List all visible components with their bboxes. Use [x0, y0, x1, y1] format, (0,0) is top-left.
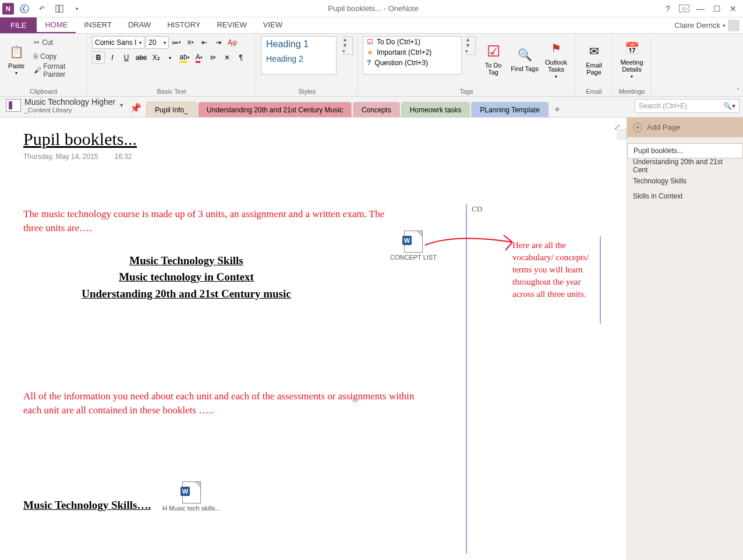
- search-input[interactable]: Search (Ctrl+E) 🔍▾: [635, 99, 740, 113]
- font-combo[interactable]: Comic Sans I▾: [92, 36, 144, 49]
- highlight-button[interactable]: ab▾: [178, 51, 191, 64]
- clipboard-group: 📋 Paste▾ ✂Cut ⎘Copy 🖌Format Painter Clip…: [0, 34, 87, 96]
- todo-tag-button[interactable]: ☑To Do Tag: [479, 36, 507, 81]
- page-title[interactable]: Pupil booklets...: [23, 129, 627, 149]
- font-size-combo[interactable]: 20▾: [146, 36, 169, 49]
- pin-icon[interactable]: 📌: [129, 102, 146, 117]
- svg-point-0: [20, 5, 29, 13]
- outlook-tasks-button[interactable]: ⚑Outlook Tasks▾: [542, 36, 570, 81]
- page-item-understanding[interactable]: Understanding 20th and 21st Cent: [627, 158, 743, 173]
- page-item-skills-context[interactable]: Skills in Context: [627, 189, 743, 204]
- meeting-details-button[interactable]: 📅Meeting Details▾: [618, 36, 646, 81]
- copy-button[interactable]: ⎘Copy: [31, 50, 82, 63]
- align-button[interactable]: ≡▾: [207, 51, 220, 64]
- tags-expand[interactable]: ▲▼▾: [465, 36, 476, 55]
- flag-icon: ⚑: [547, 39, 565, 58]
- user-name[interactable]: Claire Derrick: [674, 21, 720, 30]
- page-canvas[interactable]: ⤢ Pupil booklets... Thursday, May 14, 20…: [0, 118, 627, 560]
- attachment-h-music[interactable]: H Music tech skills...: [162, 481, 221, 512]
- svg-rect-1: [56, 5, 59, 12]
- back-button[interactable]: [17, 2, 31, 16]
- page-date: Thursday, May 14, 2015: [23, 153, 98, 161]
- tags-label: Tags: [363, 87, 570, 95]
- window-title: Pupil booklets... - OneNote: [84, 4, 663, 13]
- collapse-ribbon-button[interactable]: ˄: [737, 87, 740, 94]
- numbering-button[interactable]: ≡▾: [184, 36, 197, 49]
- paragraph-mark-button[interactable]: ¶: [235, 51, 247, 64]
- basic-text-group: Comic Sans I▾ 20▾ ≔▾ ≡▾ ⇤ ⇥ Ąφ B I U abc…: [87, 34, 256, 96]
- tag-question[interactable]: ?Question (Ctrl+3): [363, 58, 461, 68]
- file-tab[interactable]: FILE: [0, 17, 37, 33]
- meetings-group: 📅Meeting Details▾ Meetings: [613, 34, 651, 96]
- maximize-button[interactable]: ☐: [712, 4, 722, 13]
- close-button[interactable]: ✕: [728, 4, 738, 13]
- section-tab-concepts[interactable]: Concepts: [353, 102, 400, 117]
- format-painter-button[interactable]: 🖌Format Painter: [31, 64, 82, 77]
- user-avatar-icon[interactable]: [728, 20, 740, 31]
- intro-text[interactable]: The music technology course is made up o…: [23, 207, 396, 235]
- brush-icon: 🖌: [34, 66, 41, 75]
- draw-tab[interactable]: DRAW: [120, 17, 159, 33]
- indent-button[interactable]: ⇥: [212, 36, 225, 49]
- search-icon: 🔍: [515, 45, 534, 64]
- undo-button[interactable]: ↶: [35, 2, 49, 16]
- tags-gallery[interactable]: ☑To Do (Ctrl+1) ★Important (Ctrl+2) ?Que…: [363, 36, 462, 75]
- delete-button[interactable]: ✕: [221, 51, 233, 64]
- outdent-button[interactable]: ⇤: [198, 36, 211, 49]
- word-doc-icon-2: [182, 481, 201, 504]
- bold-button[interactable]: B: [92, 51, 105, 64]
- main-area: ⤢ Pupil booklets... Thursday, May 14, 20…: [0, 118, 743, 560]
- tag-important[interactable]: ★Important (Ctrl+2): [363, 47, 461, 58]
- qat-customize[interactable]: ▾: [70, 2, 84, 16]
- clear-format-button[interactable]: Ąφ: [226, 36, 239, 49]
- italic-button[interactable]: I: [106, 51, 119, 64]
- full-page-view-button[interactable]: ⤢: [614, 122, 621, 132]
- unit2-text[interactable]: Music technology in Context: [23, 269, 349, 286]
- question-icon: ?: [367, 59, 371, 67]
- add-section-button[interactable]: +: [550, 104, 565, 117]
- side-note[interactable]: Here are all the vocabulary/ concepts/ t…: [512, 239, 600, 300]
- strike-button[interactable]: abc: [134, 51, 148, 64]
- find-tags-button[interactable]: 🔍Find Tags: [511, 36, 539, 81]
- home-tab[interactable]: HOME: [37, 17, 76, 33]
- cut-button[interactable]: ✂Cut: [31, 36, 82, 49]
- styles-expand[interactable]: ▲▼▾: [342, 36, 353, 55]
- paste-icon: 📋: [7, 42, 26, 61]
- section2-title[interactable]: Music Technology Skills….: [23, 499, 151, 512]
- review-tab[interactable]: REVIEW: [208, 17, 254, 33]
- paste-button[interactable]: 📋 Paste▾: [5, 36, 28, 81]
- heading2-style[interactable]: Heading 2: [261, 52, 336, 66]
- section-tab-understanding[interactable]: Understanding 20th and 21st Century Musi…: [198, 102, 352, 117]
- unit1-text[interactable]: Music Technology Skills: [23, 253, 349, 270]
- basic-text-label: Basic Text: [92, 87, 251, 95]
- section-tab-homework[interactable]: Homeowrk tasks: [401, 102, 470, 117]
- scissors-icon: ✂: [34, 38, 40, 47]
- font-color-button[interactable]: A▾: [193, 51, 206, 64]
- notebook-dropdown[interactable]: Music Technology Higher _Content Library…: [0, 98, 129, 117]
- styles-gallery[interactable]: Heading 1 Heading 2: [261, 36, 337, 75]
- insert-tab[interactable]: INSERT: [76, 17, 119, 33]
- help-button[interactable]: ?: [663, 4, 673, 13]
- envelope-icon: ✉: [585, 42, 603, 61]
- subscript-button[interactable]: X₂: [150, 51, 162, 64]
- heading1-style[interactable]: Heading 1: [261, 37, 336, 52]
- unit3-text[interactable]: Understanding 20th and 21st Century musi…: [23, 286, 349, 303]
- page-item-tech-skills[interactable]: Technology Skills: [627, 173, 743, 189]
- cd-label[interactable]: CD: [472, 204, 482, 214]
- section-tab-planning[interactable]: PLanning Template: [471, 102, 549, 117]
- info-para[interactable]: All of the information you need about ea…: [23, 389, 431, 417]
- dock-button[interactable]: [52, 2, 66, 16]
- ribbon-display-button[interactable]: ▭: [679, 5, 689, 12]
- search-placeholder: Search (Ctrl+E): [639, 102, 687, 110]
- underline-button[interactable]: U: [120, 51, 133, 64]
- email-page-button[interactable]: ✉Email Page: [580, 36, 608, 81]
- view-tab[interactable]: VIEW: [255, 17, 291, 33]
- page-item-booklets[interactable]: Pupil booklets...: [627, 143, 743, 158]
- section-tab-pupil-info[interactable]: Pupil Info_: [146, 102, 197, 117]
- bullets-button[interactable]: ≔▾: [170, 36, 183, 49]
- add-page-button[interactable]: + Add Page: [627, 118, 743, 137]
- history-tab[interactable]: HISTORY: [159, 17, 208, 33]
- styles-label: Styles: [261, 87, 353, 95]
- minimize-button[interactable]: —: [695, 4, 706, 13]
- tag-todo[interactable]: ☑To Do (Ctrl+1): [363, 37, 461, 47]
